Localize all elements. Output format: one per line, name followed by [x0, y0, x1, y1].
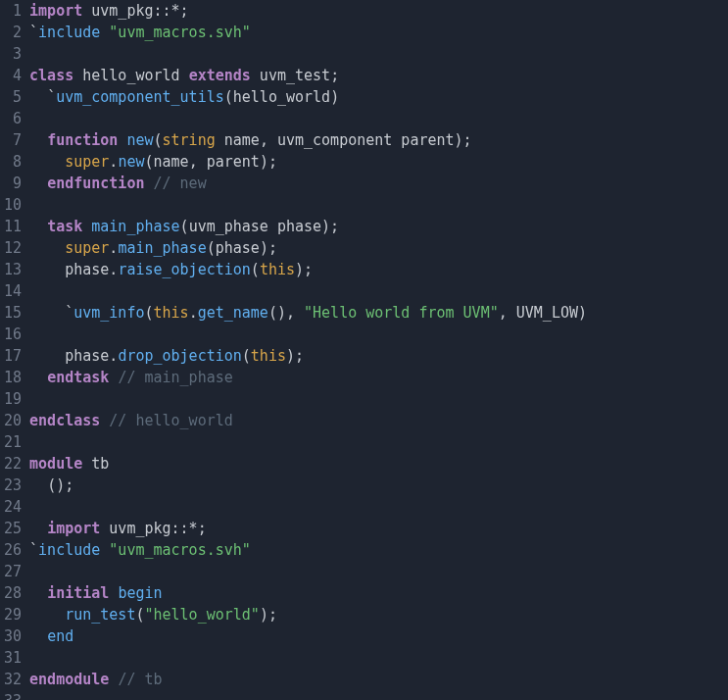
token-fn: raise_objection	[118, 261, 250, 278]
token-type: super	[65, 153, 109, 171]
line-number: 9	[4, 173, 22, 194]
code-area: import uvm_pkg::*;`include "uvm_macros.s…	[29, 0, 728, 700]
token-id	[29, 476, 47, 494]
line-number: 15	[4, 302, 22, 324]
token-op: ,	[189, 153, 207, 171]
line-number: 6	[4, 108, 22, 129]
code-line	[29, 690, 728, 700]
token-mac: uvm_component_utils	[56, 88, 224, 106]
token-op: );	[321, 218, 339, 235]
token-id	[29, 584, 47, 602]
token-str: "Hello world from UVM"	[304, 304, 499, 322]
code-line: initial begin	[29, 582, 728, 604]
token-id: parent	[207, 153, 260, 171]
code-line: function new(string name, uvm_component …	[29, 129, 728, 151]
line-number: 5	[4, 86, 22, 108]
code-line	[29, 280, 728, 302]
token-id	[29, 304, 65, 322]
line-number: 29	[4, 604, 22, 625]
token-op: (	[154, 131, 163, 149]
line-number: 31	[4, 647, 22, 669]
code-line: endclass // hello_world	[29, 410, 728, 431]
code-line	[29, 561, 728, 582]
token-id	[29, 627, 47, 645]
line-number: 21	[4, 431, 22, 453]
token-op: );	[295, 261, 313, 278]
token-str: "uvm_macros.svh"	[109, 541, 251, 559]
code-line	[29, 324, 728, 345]
token-id	[29, 606, 65, 624]
token-fn: main_phase	[118, 239, 206, 257]
line-number: 7	[4, 129, 22, 151]
token-id: uvm_pkg	[100, 520, 170, 537]
code-line: endfunction // new	[29, 173, 728, 194]
token-self: this	[154, 304, 189, 322]
token-id	[29, 347, 65, 365]
line-number: 18	[4, 367, 22, 388]
line-number: 10	[4, 194, 22, 216]
line-number: 27	[4, 561, 22, 582]
token-op: (	[251, 261, 260, 278]
token-id: phase	[65, 347, 109, 365]
token-mac: include	[38, 541, 100, 559]
token-op: ,	[260, 131, 277, 149]
code-line: super.main_phase(phase);	[29, 237, 728, 259]
code-line: ();	[29, 475, 728, 496]
code-line	[29, 194, 728, 216]
code-line: run_test("hello_world");	[29, 604, 728, 625]
token-op: ,	[499, 304, 516, 322]
code-line: `include "uvm_macros.svh"	[29, 22, 728, 43]
token-str: "hello_world"	[144, 606, 259, 624]
token-op: ::*;	[171, 520, 207, 537]
code-line	[29, 647, 728, 669]
token-cmt: // new	[154, 175, 207, 192]
code-line: task main_phase(uvm_phase phase);	[29, 216, 728, 237]
token-kw: initial	[47, 584, 109, 602]
token-op: )	[578, 304, 587, 322]
token-id: tb	[82, 455, 109, 473]
token-id: hello_world	[73, 67, 188, 84]
token-id: name	[154, 153, 189, 171]
token-op: );	[260, 606, 277, 624]
code-line: endmodule // tb	[29, 669, 728, 690]
line-number: 19	[4, 388, 22, 410]
code-line: phase.drop_objection(this);	[29, 345, 728, 367]
line-number: 22	[4, 453, 22, 475]
code-line	[29, 431, 728, 453]
token-op: ;	[330, 67, 339, 84]
token-type: super	[65, 239, 109, 257]
token-bt: `	[47, 88, 56, 106]
line-number: 23	[4, 475, 22, 496]
token-bt: `	[29, 541, 38, 559]
token-op: (	[180, 218, 189, 235]
token-id: name	[216, 131, 260, 149]
token-fn: drop_objection	[118, 347, 241, 365]
token-kw: class	[29, 67, 73, 84]
token-cmt: // tb	[118, 671, 162, 688]
token-id: uvm_pkg	[82, 2, 153, 20]
code-line: import uvm_pkg::*;	[29, 518, 728, 539]
token-fn: new	[118, 153, 144, 171]
token-type: string	[163, 131, 216, 149]
code-line	[29, 388, 728, 410]
token-kw: endfunction	[47, 175, 144, 192]
token-kw: extends	[189, 67, 251, 84]
token-fn: get_name	[198, 304, 268, 322]
line-number: 2	[4, 22, 22, 43]
token-id: phase	[216, 239, 260, 257]
token-cmt: // hello_world	[109, 412, 232, 429]
token-str: "uvm_macros.svh"	[109, 24, 251, 41]
token-kw: endtask	[47, 369, 109, 386]
token-id	[29, 175, 47, 192]
code-line: end	[29, 625, 728, 647]
code-line: class hello_world extends uvm_test;	[29, 65, 728, 86]
token-op: );	[260, 239, 277, 257]
token-fn: begin	[118, 584, 162, 602]
token-cmt: // main_phase	[118, 369, 232, 386]
line-number: 4	[4, 65, 22, 86]
token-id	[82, 218, 91, 235]
code-line: `include "uvm_macros.svh"	[29, 539, 728, 561]
token-self: this	[260, 261, 295, 278]
line-number-gutter: 1234567891011121314151617181920212223242…	[0, 0, 29, 700]
token-op: );	[455, 131, 472, 149]
